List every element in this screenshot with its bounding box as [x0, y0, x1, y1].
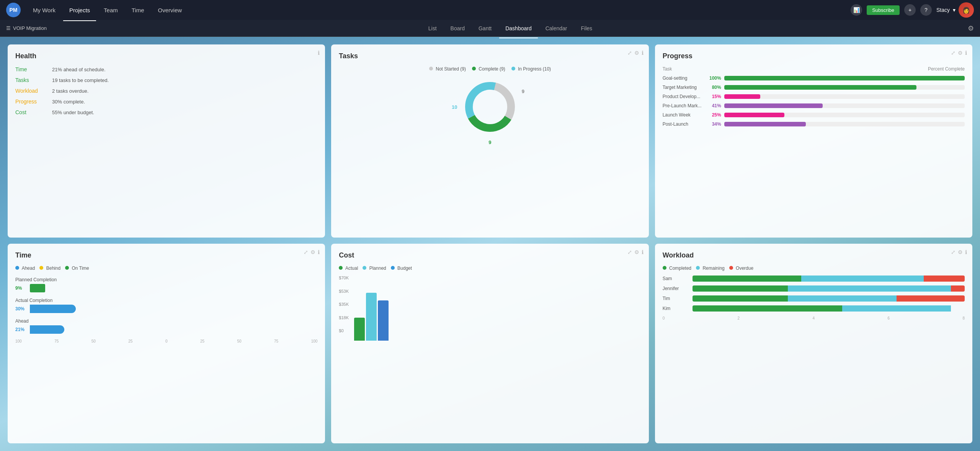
x-4: 4 — [813, 316, 815, 320]
chart-icon[interactable]: 📊 — [851, 4, 862, 16]
avatar: 👩 — [959, 2, 974, 18]
legend-in-progress: In Progress (10) — [511, 66, 551, 72]
progress-pct-4: 25% — [708, 112, 721, 118]
progress-bar-wrap-3 — [724, 103, 965, 108]
health-item-time: Time 21% ahead of schedule. — [15, 66, 317, 72]
x-0: 0 — [663, 316, 665, 320]
health-item-workload: Workload 2 tasks overdue. — [15, 88, 317, 94]
workload-legend: Completed Remaining Overdue — [663, 266, 965, 271]
gear-icon[interactable]: ⚙ — [958, 50, 963, 56]
gear-icon[interactable]: ⚙ — [634, 50, 639, 56]
health-label-cost: Cost — [15, 109, 46, 115]
nav-item-mywork[interactable]: My Work — [27, 5, 62, 16]
progress-row-0: Goal-setting 100% — [663, 75, 965, 81]
progress-pct-3: 41% — [708, 103, 721, 108]
tab-calendar[interactable]: Calendar — [539, 23, 573, 34]
health-value-workload: 2 tasks overdue. — [52, 88, 88, 94]
tasks-title: Tasks — [339, 52, 641, 60]
bar-actual — [354, 318, 365, 341]
tasks-card: Tasks ⤢ ⚙ ℹ Not Started (9) Complete (9)… — [331, 44, 648, 238]
health-value-progress: 30% complete. — [52, 99, 85, 105]
cost-card-icons: ⤢ ⚙ ℹ — [627, 249, 644, 255]
info-icon[interactable]: ℹ — [642, 249, 644, 255]
progress-name-5: Post-Launch — [663, 121, 705, 127]
menu-icon: ☰ — [6, 25, 11, 31]
info-icon[interactable]: ℹ — [965, 50, 967, 56]
gear-icon[interactable]: ⚙ — [634, 249, 639, 255]
time-label-planned: Planned Completion — [15, 277, 317, 282]
expand-icon[interactable]: ⤢ — [304, 249, 308, 255]
expand-icon[interactable]: ⤢ — [627, 249, 632, 255]
progress-bar-wrap-1 — [724, 85, 965, 90]
tab-gantt[interactable]: Gantt — [472, 23, 498, 34]
expand-icon[interactable]: ⤢ — [951, 50, 956, 56]
tab-list[interactable]: List — [422, 23, 443, 34]
tab-dashboard[interactable]: Dashboard — [499, 23, 538, 34]
progress-header: Task Percent Complete — [663, 66, 965, 72]
y-axis-0: $0 — [339, 328, 349, 333]
x-6: 6 — [887, 316, 890, 320]
bar-group-1 — [354, 293, 389, 341]
health-items: Time 21% ahead of schedule. Tasks 19 tas… — [15, 66, 317, 115]
nav-item-time[interactable]: Time — [126, 5, 150, 16]
workload-name-sam: Sam — [663, 276, 689, 281]
workload-bar-jennifer — [693, 285, 965, 292]
progress-name-4: Launch Week — [663, 112, 705, 118]
progress-header-pct: Percent Complete — [928, 66, 965, 72]
health-value-cost: 55% under budget. — [52, 110, 94, 115]
workload-row-tim: Tim — [663, 295, 965, 302]
info-icon[interactable]: ℹ — [318, 50, 320, 56]
progress-bar-wrap-0 — [724, 76, 965, 80]
time-axis: 1007550250255075100 — [15, 339, 317, 343]
time-row-ahead: Ahead 21% — [15, 318, 317, 334]
x-2: 2 — [738, 316, 740, 320]
tab-board[interactable]: Board — [444, 23, 471, 34]
nav-items: My Work Projects Team Time Overview — [27, 5, 848, 16]
health-label-progress: Progress — [15, 98, 46, 105]
expand-icon[interactable]: ⤢ — [951, 249, 956, 255]
nav-right: 📊 Subscribe + ? Stacy ▾ 👩 — [851, 2, 974, 18]
nav-item-projects[interactable]: Projects — [63, 5, 96, 16]
subscribe-button[interactable]: Subscribe — [867, 5, 900, 15]
health-title: Health — [15, 52, 317, 60]
donut-label-bottom: 9 — [488, 139, 491, 145]
info-icon[interactable]: ℹ — [642, 50, 644, 56]
progress-bar-wrap-2 — [724, 94, 965, 99]
legend-completed: Completed — [663, 266, 691, 271]
time-row-planned: Planned Completion 9% — [15, 277, 317, 292]
progress-name-3: Pre-Launch Mark... — [663, 103, 705, 108]
cost-legend: Actual Planned Budget — [339, 266, 641, 271]
add-icon[interactable]: + — [904, 4, 916, 16]
progress-pct-2: 15% — [708, 94, 721, 99]
time-card: Time ⤢ ⚙ ℹ Ahead Behind On Time Planned … — [8, 244, 325, 443]
gear-icon[interactable]: ⚙ — [958, 249, 963, 255]
cost-bars — [354, 283, 641, 341]
nav-item-team[interactable]: Team — [98, 5, 124, 16]
progress-title: Progress — [663, 52, 965, 60]
cost-chart-area: $70K $53K $35K $18K $0 — [339, 276, 641, 341]
health-card: Health ℹ Time 21% ahead of schedule. Tas… — [8, 44, 325, 238]
donut-chart: 10 9 9 — [459, 76, 521, 138]
gear-icon[interactable]: ⚙ — [310, 249, 315, 255]
nav-item-overview[interactable]: Overview — [152, 5, 188, 16]
expand-icon[interactable]: ⤢ — [627, 50, 632, 56]
sub-nav-tabs: List Board Gantt Dashboard Calendar File… — [54, 23, 966, 34]
top-nav: PM My Work Projects Team Time Overview 📊… — [0, 0, 980, 20]
tasks-card-icons: ⤢ ⚙ ℹ — [627, 50, 644, 56]
user-menu[interactable]: Stacy ▾ 👩 — [936, 2, 974, 18]
settings-icon[interactable]: ⚙ — [968, 24, 974, 33]
bar-budget — [378, 300, 389, 341]
tab-files[interactable]: Files — [575, 23, 599, 34]
health-label-workload: Workload — [15, 88, 46, 94]
y-axis-53k: $53K — [339, 289, 349, 294]
progress-name-1: Target Marketing — [663, 85, 705, 90]
legend-not-started: Not Started (9) — [429, 66, 466, 72]
info-icon[interactable]: ℹ — [965, 249, 967, 255]
time-pct-actual: 30% — [15, 306, 27, 312]
info-icon[interactable]: ℹ — [318, 249, 320, 255]
legend-budget: Budget — [391, 266, 412, 271]
health-value-tasks: 19 tasks to be completed. — [52, 77, 109, 83]
progress-header-task: Task — [663, 66, 672, 72]
help-icon[interactable]: ? — [920, 4, 932, 16]
tasks-legend: Not Started (9) Complete (9) In Progress… — [339, 66, 641, 72]
